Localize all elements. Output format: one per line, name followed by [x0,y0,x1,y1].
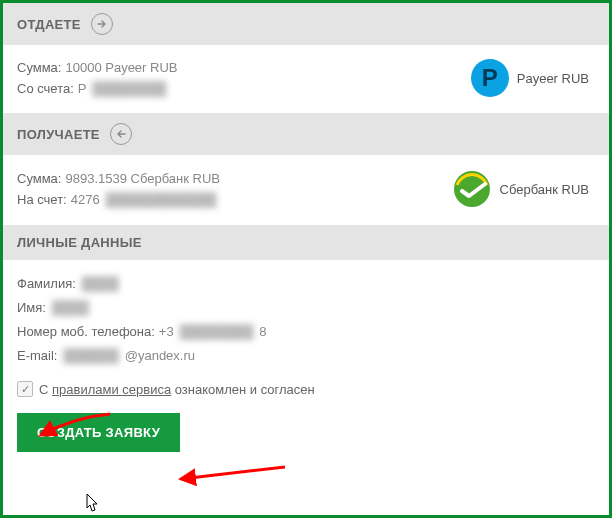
cursor-icon [81,493,101,517]
give-account-prefix: P [78,81,87,96]
get-title: ПОЛУЧАЕТЕ [17,127,100,142]
get-header: ПОЛУЧАЕТЕ [3,113,609,155]
personal-header: ЛИЧНЫЕ ДАННЫЕ [3,225,609,260]
get-amount-label: Сумма: [17,171,61,186]
phone-masked: ████████ [178,324,256,339]
personal-body: Фамилия: ████ Имя: ████ Номер моб. телеф… [3,260,609,375]
get-account-masked: ████████████ [104,192,219,207]
exchange-form: ОТДАЕТЕ Сумма: 10000 Payeer RUB Со счета… [0,0,612,518]
sber-badge: Сбербанк RUB [452,169,589,209]
give-amount-value: 10000 Payeer RUB [65,60,177,75]
give-account-masked: ████████ [90,81,168,96]
phone-prefix: +3 [159,324,174,339]
give-header: ОТДАЕТЕ [3,3,609,45]
get-account-label: На счет: [17,192,67,207]
email-masked: ██████ [61,348,120,363]
submit-button[interactable]: СОЗДАТЬ ЗАЯВКУ [17,413,180,452]
get-body: Сумма: 9893.1539 Сбербанк RUB На счет: 4… [3,155,609,225]
agree-text: С правилами сервиса ознакомлен и согласе… [39,382,315,397]
give-amount-row: Сумма: 10000 Payeer RUB [17,60,177,75]
arrow-right-icon[interactable] [91,13,113,35]
phone-suffix: 8 [259,324,266,339]
sber-badge-text: Сбербанк RUB [500,182,589,197]
lastname-value: ████ [80,276,121,291]
get-account-prefix: 4276 [71,192,100,207]
email-row: E-mail: ██████ @yandex.ru [17,348,595,363]
svg-point-0 [454,171,490,207]
give-account-row: Со счета: P ████████ [17,81,177,96]
sberbank-icon [452,169,492,209]
payeer-badge: P Payeer RUB [471,59,589,97]
agree-pre: С [39,382,52,397]
agree-row: ✓ С правилами сервиса ознакомлен и согла… [3,375,609,407]
give-body: Сумма: 10000 Payeer RUB Со счета: P ████… [3,45,609,113]
give-title: ОТДАЕТЕ [17,17,81,32]
give-amount-label: Сумма: [17,60,61,75]
firstname-row: Имя: ████ [17,300,595,315]
agree-checkbox[interactable]: ✓ [17,381,33,397]
firstname-label: Имя: [17,300,46,315]
give-account-label: Со счета: [17,81,74,96]
get-account-row: На счет: 4276 ████████████ [17,192,220,207]
get-amount-value: 9893.1539 Сбербанк RUB [65,171,220,186]
payeer-icon: P [471,59,509,97]
agree-post: ознакомлен и согласен [171,382,315,397]
phone-row: Номер моб. телефона: +3 ████████ 8 [17,324,595,339]
email-label: E-mail: [17,348,57,363]
lastname-row: Фамилия: ████ [17,276,595,291]
annotation-arrow-2 [173,459,288,489]
get-amount-row: Сумма: 9893.1539 Сбербанк RUB [17,171,220,186]
agree-link[interactable]: правилами сервиса [52,382,171,397]
phone-label: Номер моб. телефона: [17,324,155,339]
email-suffix: @yandex.ru [125,348,195,363]
payeer-badge-text: Payeer RUB [517,71,589,86]
personal-title: ЛИЧНЫЕ ДАННЫЕ [17,235,142,250]
lastname-label: Фамилия: [17,276,76,291]
firstname-value: ████ [50,300,91,315]
arrow-left-icon[interactable] [110,123,132,145]
